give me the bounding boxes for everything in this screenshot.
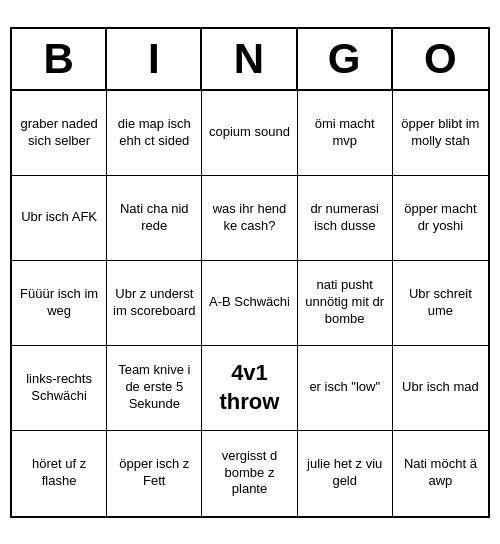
bingo-cell-14: Ubr schreit ume xyxy=(393,261,488,346)
header-letter-I: I xyxy=(107,29,202,89)
bingo-card: BINGO graber naded sich selberdie map is… xyxy=(10,27,490,518)
header-letter-G: G xyxy=(298,29,393,89)
bingo-cell-4: öpper blibt im molly stah xyxy=(393,91,488,176)
bingo-cell-1: die map isch ehh ct sided xyxy=(107,91,202,176)
bingo-cell-21: öpper isch z Fett xyxy=(107,431,202,516)
bingo-cell-6: Nati cha nid rede xyxy=(107,176,202,261)
bingo-cell-3: ömi macht mvp xyxy=(298,91,393,176)
header-letter-O: O xyxy=(393,29,488,89)
bingo-cell-24: Nati möcht ä awp xyxy=(393,431,488,516)
bingo-cell-0: graber naded sich selber xyxy=(12,91,107,176)
bingo-cell-13: nati pusht unnötig mit dr bombe xyxy=(298,261,393,346)
bingo-cell-22: vergisst d bombe z plante xyxy=(202,431,297,516)
bingo-cell-7: was ihr hend ke cash? xyxy=(202,176,297,261)
bingo-cell-18: er isch "low" xyxy=(298,346,393,431)
bingo-cell-5: Ubr isch AFK xyxy=(12,176,107,261)
bingo-cell-23: julie het z viu geld xyxy=(298,431,393,516)
bingo-cell-20: höret uf z flashe xyxy=(12,431,107,516)
bingo-cell-11: Ubr z underst im scoreboard xyxy=(107,261,202,346)
header-letter-N: N xyxy=(202,29,297,89)
bingo-cell-15: links-rechts Schwächi xyxy=(12,346,107,431)
bingo-cell-9: öpper macht dr yoshi xyxy=(393,176,488,261)
bingo-cell-17: 4v1 throw xyxy=(202,346,297,431)
bingo-cell-10: Füüür isch im weg xyxy=(12,261,107,346)
bingo-cell-2: copium sound xyxy=(202,91,297,176)
bingo-header: BINGO xyxy=(12,29,488,91)
bingo-cell-16: Team knive i de erste 5 Sekunde xyxy=(107,346,202,431)
bingo-cell-12: A-B Schwächi xyxy=(202,261,297,346)
header-letter-B: B xyxy=(12,29,107,89)
bingo-cell-19: Ubr isch mad xyxy=(393,346,488,431)
bingo-grid: graber naded sich selberdie map isch ehh… xyxy=(12,91,488,516)
bingo-cell-8: dr numerasi isch dusse xyxy=(298,176,393,261)
